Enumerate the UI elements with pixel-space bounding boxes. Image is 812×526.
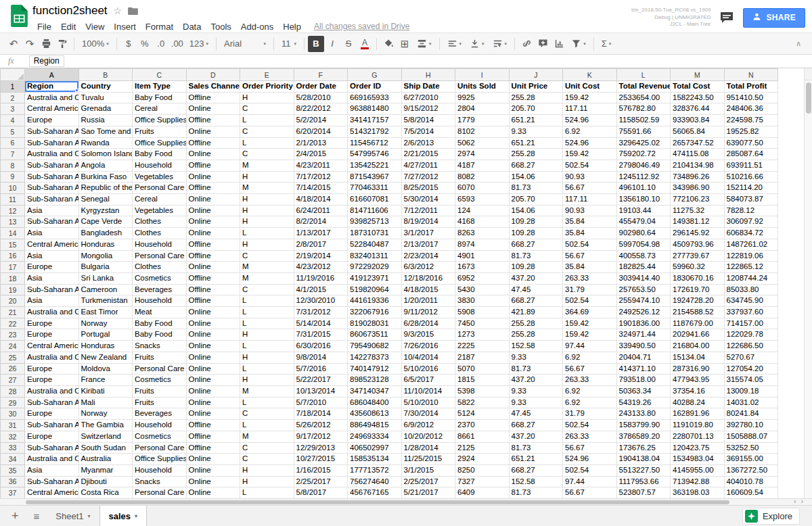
cell[interactable]: 159.42 <box>563 92 617 103</box>
cell[interactable]: 10/27/2015 <box>294 454 348 465</box>
cell[interactable]: 7/17/2012 <box>294 171 348 183</box>
row-header[interactable]: 3 <box>1 103 25 115</box>
row-header[interactable]: 29 <box>1 397 25 408</box>
cell[interactable]: Order ID <box>348 81 402 93</box>
cell[interactable]: 5070 <box>455 363 510 375</box>
cell[interactable]: 2/21/2015 <box>401 149 455 160</box>
cell[interactable]: Kiribati <box>78 385 133 397</box>
column-header-F[interactable]: F <box>294 69 348 81</box>
row-header[interactable]: 37 <box>1 487 25 498</box>
fill-handle[interactable] <box>75 89 78 92</box>
cell[interactable]: 400558.73 <box>616 250 671 262</box>
cell[interactable]: 14031.02 <box>724 397 778 408</box>
cell[interactable]: Cosmetics <box>133 272 187 284</box>
formula-input[interactable]: Region <box>29 55 64 67</box>
cell[interactable]: 502.54 <box>563 239 617 250</box>
cell[interactable]: L <box>240 363 294 375</box>
cell[interactable]: 8974 <box>455 239 510 250</box>
cell[interactable]: 2/8/2017 <box>294 239 348 250</box>
cell[interactable]: Vegetables <box>133 171 187 183</box>
cell[interactable]: 651.21 <box>509 137 563 149</box>
cell[interactable]: 2/25/2017 <box>294 476 348 487</box>
cell[interactable]: 898523128 <box>348 375 402 386</box>
insert-link-button[interactable] <box>518 36 535 52</box>
cell[interactable]: 248406.36 <box>724 103 778 115</box>
cell[interactable]: 81.73 <box>509 487 563 498</box>
cell[interactable]: 9/11/2012 <box>401 307 455 318</box>
cell[interactable]: 7/18/2014 <box>294 408 348 420</box>
cell[interactable]: 160609.54 <box>724 487 778 498</box>
fill-color-button[interactable] <box>380 36 397 52</box>
font-size-select[interactable]: 11▾ <box>277 36 300 52</box>
cell[interactable]: 2125 <box>455 442 510 454</box>
cell[interactable]: Sales Channel <box>186 81 240 93</box>
cell[interactable]: 5/26/2012 <box>294 420 348 431</box>
cell[interactable]: 437.20 <box>509 272 563 284</box>
cell[interactable]: 5/2/2014 <box>294 115 348 126</box>
cell[interactable]: H <box>240 171 294 183</box>
cell[interactable]: Online <box>186 216 240 228</box>
cell[interactable]: Europe <box>25 363 79 375</box>
row-header[interactable]: 14 <box>1 228 25 239</box>
row-header[interactable]: 27 <box>1 375 25 386</box>
cell[interactable]: Australia and Oc <box>25 454 79 465</box>
cell[interactable]: 4168 <box>455 216 510 228</box>
cell[interactable]: Vegetables <box>133 205 187 216</box>
cell[interactable]: 152114.20 <box>724 183 778 194</box>
vertical-scrollbar-thumb[interactable] <box>806 82 811 114</box>
sheet-tab-sales[interactable]: sales ▾ <box>99 506 148 526</box>
cell[interactable]: Australia and Oc <box>25 92 79 103</box>
cell[interactable]: 9/15/2012 <box>401 103 455 115</box>
cell[interactable]: 4/18/2015 <box>401 284 455 295</box>
cell[interactable]: 12/30/2010 <box>294 295 348 307</box>
column-header-D[interactable]: D <box>186 69 240 81</box>
cell[interactable]: 7450 <box>455 318 510 329</box>
cell[interactable]: 519820964 <box>348 284 402 295</box>
cell[interactable]: Online <box>186 385 240 397</box>
cell[interactable]: 902980.64 <box>616 228 671 239</box>
cell[interactable]: L <box>240 115 294 126</box>
select-all-corner[interactable] <box>1 69 25 81</box>
cell[interactable]: 1117953.66 <box>616 476 671 487</box>
share-button[interactable]: SHARE <box>743 8 805 28</box>
cell[interactable]: L <box>240 420 294 431</box>
cell[interactable]: Baby Food <box>133 149 187 160</box>
cell[interactable]: Mongolia <box>78 250 133 262</box>
cell[interactable]: 2924 <box>455 454 510 465</box>
cell[interactable]: 1815 <box>455 375 510 386</box>
cell[interactable]: 255.28 <box>509 149 563 160</box>
cell[interactable]: H <box>240 205 294 216</box>
cell[interactable]: Baby Food <box>133 92 187 103</box>
cell[interactable]: 12/29/2013 <box>294 442 348 454</box>
cell[interactable]: Meat <box>133 307 187 318</box>
cell[interactable]: Turkmenistan <box>78 295 133 307</box>
cell[interactable]: Online <box>186 352 240 363</box>
row-header[interactable]: 5 <box>1 126 25 137</box>
cell[interactable]: H <box>240 476 294 487</box>
column-header-E[interactable]: E <box>240 69 294 81</box>
cell[interactable]: 6.92 <box>563 385 617 397</box>
cell[interactable]: Asia <box>25 272 79 284</box>
cell[interactable]: 6/28/2014 <box>401 318 455 329</box>
row-header[interactable]: 20 <box>1 295 25 307</box>
cell[interactable]: 510216.66 <box>724 171 778 183</box>
cell[interactable]: 9925 <box>455 92 510 103</box>
cell[interactable]: 963881480 <box>348 103 402 115</box>
cell[interactable]: Household <box>133 160 187 171</box>
cell[interactable]: Offline <box>186 250 240 262</box>
cell[interactable]: 668.27 <box>509 420 563 431</box>
cell[interactable]: C <box>240 126 294 137</box>
cell[interactable]: 364.69 <box>563 307 617 318</box>
cell[interactable]: Baby Food <box>133 318 187 329</box>
text-wrap-button[interactable]: ▾ <box>489 36 512 52</box>
column-header-N[interactable]: N <box>724 69 778 81</box>
cell[interactable]: Total Revenue <box>616 81 671 93</box>
cell[interactable]: 437.20 <box>509 431 563 442</box>
cell[interactable]: 369155.00 <box>724 454 778 465</box>
cell[interactable]: 1583799.90 <box>616 420 671 431</box>
borders-button[interactable]: ⊞ <box>397 36 413 52</box>
cell[interactable]: 435608613 <box>348 408 402 420</box>
print-button[interactable] <box>38 36 54 52</box>
row-header[interactable]: 11 <box>1 194 25 206</box>
cell[interactable]: 4/1/2015 <box>294 284 348 295</box>
